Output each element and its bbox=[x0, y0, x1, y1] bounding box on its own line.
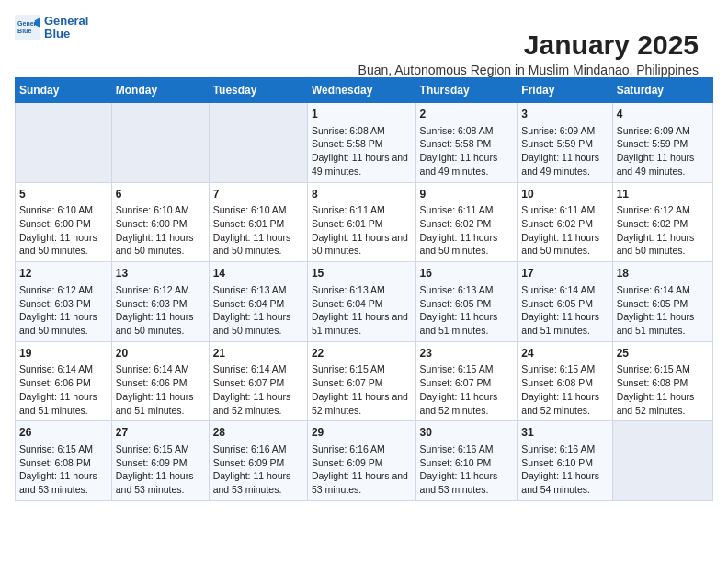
day-number: 17 bbox=[521, 266, 608, 282]
col-sunday: Sunday bbox=[16, 78, 112, 103]
cell-info: Sunrise: 6:12 AM bbox=[617, 203, 709, 217]
cell-info: Sunrise: 6:16 AM bbox=[521, 442, 608, 456]
logo-text: General Blue bbox=[44, 15, 88, 41]
calendar-cell: 16Sunrise: 6:13 AMSunset: 6:05 PMDayligh… bbox=[415, 262, 518, 342]
day-number: 20 bbox=[116, 346, 205, 362]
cell-info: Daylight: 11 hours and 50 minutes. bbox=[521, 231, 608, 258]
cell-info: Sunrise: 6:14 AM bbox=[19, 362, 108, 376]
cell-info: Daylight: 11 hours and 50 minutes. bbox=[116, 231, 205, 258]
cell-info: Sunrise: 6:10 AM bbox=[19, 203, 108, 217]
cell-info: Sunset: 6:00 PM bbox=[116, 217, 205, 231]
cell-info: Daylight: 11 hours and 52 minutes. bbox=[312, 390, 412, 417]
week-row-1: 1Sunrise: 6:08 AMSunset: 5:58 PMDaylight… bbox=[16, 103, 713, 183]
svg-text:Blue: Blue bbox=[17, 29, 31, 35]
cell-info: Daylight: 11 hours and 52 minutes. bbox=[521, 390, 608, 417]
col-monday: Monday bbox=[111, 78, 209, 103]
cell-info: Sunset: 6:06 PM bbox=[19, 376, 108, 390]
day-number: 5 bbox=[19, 187, 108, 202]
day-number: 10 bbox=[521, 187, 608, 202]
header-row: Sunday Monday Tuesday Wednesday Thursday… bbox=[16, 78, 713, 103]
cell-info: Daylight: 11 hours and 50 minutes. bbox=[19, 231, 108, 258]
cell-info: Sunset: 6:08 PM bbox=[19, 456, 108, 470]
cell-info: Daylight: 11 hours and 50 minutes. bbox=[19, 310, 108, 337]
cell-info: Sunset: 5:59 PM bbox=[521, 137, 608, 151]
cell-info: Sunset: 6:04 PM bbox=[213, 297, 303, 311]
week-row-5: 26Sunrise: 6:15 AMSunset: 6:08 PMDayligh… bbox=[16, 421, 713, 501]
week-row-4: 19Sunrise: 6:14 AMSunset: 6:06 PMDayligh… bbox=[16, 341, 713, 421]
cell-info: Sunrise: 6:15 AM bbox=[521, 362, 608, 376]
cell-info: Daylight: 11 hours and 49 minutes. bbox=[521, 151, 608, 178]
day-number: 8 bbox=[312, 187, 412, 202]
week-row-3: 12Sunrise: 6:12 AMSunset: 6:03 PMDayligh… bbox=[16, 262, 713, 342]
cell-info: Daylight: 11 hours and 51 minutes. bbox=[312, 310, 412, 337]
day-number: 11 bbox=[617, 187, 709, 202]
cell-info: Sunrise: 6:09 AM bbox=[521, 124, 608, 138]
day-number: 13 bbox=[116, 266, 205, 282]
day-number: 15 bbox=[312, 266, 412, 282]
cell-info: Sunset: 6:05 PM bbox=[617, 297, 709, 311]
col-friday: Friday bbox=[518, 78, 612, 103]
cell-info: Sunrise: 6:09 AM bbox=[617, 124, 709, 138]
calendar-cell: 5Sunrise: 6:10 AMSunset: 6:00 PMDaylight… bbox=[16, 182, 112, 262]
cell-info: Sunrise: 6:08 AM bbox=[312, 124, 412, 138]
calendar-cell: 7Sunrise: 6:10 AMSunset: 6:01 PMDaylight… bbox=[209, 182, 307, 262]
calendar-cell: 18Sunrise: 6:14 AMSunset: 6:05 PMDayligh… bbox=[612, 262, 712, 342]
page-subtitle: Buan, Autonomous Region in Muslim Mindan… bbox=[358, 63, 699, 77]
cell-info: Sunrise: 6:15 AM bbox=[116, 442, 205, 456]
day-number: 24 bbox=[521, 346, 608, 362]
cell-info: Sunset: 6:06 PM bbox=[116, 376, 205, 390]
cell-info: Daylight: 11 hours and 51 minutes. bbox=[19, 390, 108, 417]
cell-info: Sunrise: 6:13 AM bbox=[420, 283, 514, 297]
calendar-cell: 6Sunrise: 6:10 AMSunset: 6:00 PMDaylight… bbox=[111, 182, 209, 262]
cell-info: Sunset: 6:09 PM bbox=[213, 456, 303, 470]
cell-info: Sunrise: 6:12 AM bbox=[19, 283, 108, 297]
cell-info: Daylight: 11 hours and 52 minutes. bbox=[420, 390, 514, 417]
cell-info: Sunrise: 6:15 AM bbox=[19, 442, 108, 456]
calendar-cell: 26Sunrise: 6:15 AMSunset: 6:08 PMDayligh… bbox=[16, 421, 112, 501]
cell-info: Sunset: 5:58 PM bbox=[312, 137, 412, 151]
calendar-cell: 10Sunrise: 6:11 AMSunset: 6:02 PMDayligh… bbox=[518, 182, 612, 262]
calendar-cell: 30Sunrise: 6:16 AMSunset: 6:10 PMDayligh… bbox=[415, 421, 518, 501]
cell-info: Sunrise: 6:14 AM bbox=[521, 283, 608, 297]
day-number: 23 bbox=[420, 346, 514, 362]
cell-info: Daylight: 11 hours and 50 minutes. bbox=[312, 231, 412, 258]
calendar-cell: 9Sunrise: 6:11 AMSunset: 6:02 PMDaylight… bbox=[415, 182, 518, 262]
cell-info: Sunrise: 6:14 AM bbox=[213, 362, 303, 376]
calendar-cell: 3Sunrise: 6:09 AMSunset: 5:59 PMDaylight… bbox=[518, 103, 612, 183]
cell-info: Daylight: 11 hours and 53 minutes. bbox=[116, 469, 205, 496]
cell-info: Sunrise: 6:10 AM bbox=[213, 203, 303, 217]
calendar-cell: 24Sunrise: 6:15 AMSunset: 6:08 PMDayligh… bbox=[518, 341, 612, 421]
day-number: 22 bbox=[312, 346, 412, 362]
cell-info: Daylight: 11 hours and 50 minutes. bbox=[213, 231, 303, 258]
day-number: 6 bbox=[116, 187, 205, 202]
cell-info: Sunset: 6:05 PM bbox=[521, 297, 608, 311]
cell-info: Daylight: 11 hours and 50 minutes. bbox=[116, 310, 205, 337]
cell-info: Sunset: 6:00 PM bbox=[19, 217, 108, 231]
cell-info: Sunset: 6:01 PM bbox=[312, 217, 412, 231]
cell-info: Sunset: 6:07 PM bbox=[213, 376, 303, 390]
calendar-cell: 23Sunrise: 6:15 AMSunset: 6:07 PMDayligh… bbox=[415, 341, 518, 421]
cell-info: Daylight: 11 hours and 51 minutes. bbox=[617, 310, 709, 337]
calendar-cell: 27Sunrise: 6:15 AMSunset: 6:09 PMDayligh… bbox=[111, 421, 209, 501]
cell-info: Sunrise: 6:16 AM bbox=[312, 442, 412, 456]
calendar-cell bbox=[111, 103, 209, 183]
cell-info: Sunrise: 6:16 AM bbox=[213, 442, 303, 456]
cell-info: Daylight: 11 hours and 53 minutes. bbox=[420, 469, 514, 496]
calendar-cell: 12Sunrise: 6:12 AMSunset: 6:03 PMDayligh… bbox=[16, 262, 112, 342]
day-number: 29 bbox=[312, 425, 412, 441]
general-blue-logo-icon: General Blue bbox=[15, 15, 40, 40]
calendar-cell: 17Sunrise: 6:14 AMSunset: 6:05 PMDayligh… bbox=[518, 262, 612, 342]
cell-info: Sunrise: 6:11 AM bbox=[521, 203, 608, 217]
cell-info: Sunrise: 6:08 AM bbox=[420, 124, 514, 138]
day-number: 30 bbox=[420, 425, 514, 441]
col-tuesday: Tuesday bbox=[209, 78, 307, 103]
day-number: 2 bbox=[420, 107, 514, 122]
cell-info: Daylight: 11 hours and 52 minutes. bbox=[617, 390, 709, 417]
cell-info: Sunset: 6:07 PM bbox=[420, 376, 514, 390]
title-section: January 2025 Buan, Autonomous Region in … bbox=[358, 29, 699, 77]
calendar-cell: 25Sunrise: 6:15 AMSunset: 6:08 PMDayligh… bbox=[612, 341, 712, 421]
day-number: 31 bbox=[521, 425, 608, 441]
calendar-cell: 31Sunrise: 6:16 AMSunset: 6:10 PMDayligh… bbox=[518, 421, 612, 501]
cell-info: Sunset: 6:09 PM bbox=[312, 456, 412, 470]
cell-info: Sunrise: 6:14 AM bbox=[116, 362, 205, 376]
